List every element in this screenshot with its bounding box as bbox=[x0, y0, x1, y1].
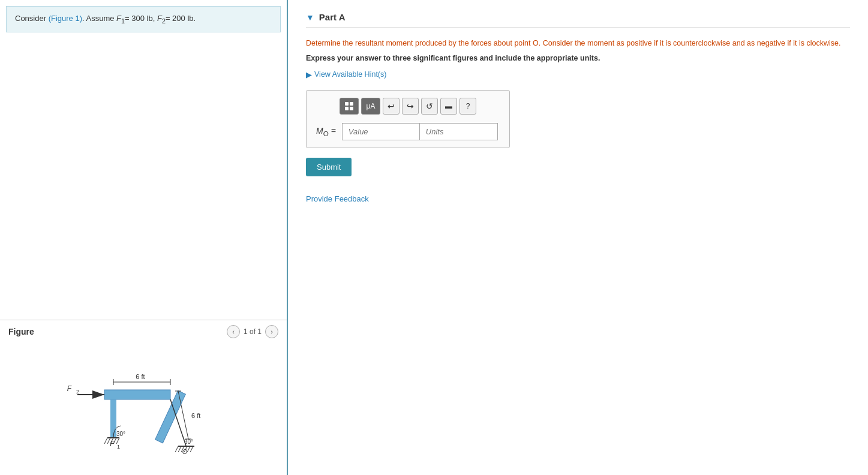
figure-image-area: 6 ft 6 ft F 2 bbox=[0, 343, 287, 475]
reset-button[interactable]: ↺ bbox=[421, 98, 438, 115]
part-collapse-icon[interactable]: ▼ bbox=[306, 13, 314, 22]
part-header: ▼ Part A bbox=[306, 12, 850, 28]
keyboard-icon: ▬ bbox=[445, 102, 452, 110]
submit-button[interactable]: Submit bbox=[306, 158, 352, 176]
svg-rect-37 bbox=[345, 107, 349, 110]
figure-nav: ‹ 1 of 1 › bbox=[227, 325, 278, 338]
hint-arrow-icon: ▶ bbox=[306, 70, 312, 79]
svg-rect-1 bbox=[104, 390, 170, 399]
assumption-text-after: . Assume bbox=[82, 14, 116, 23]
value-input[interactable] bbox=[342, 123, 420, 140]
answer-container: μA ↩ ↪ ↺ ▬ ? bbox=[306, 90, 510, 148]
f2-label: F2 bbox=[157, 14, 166, 23]
hint-link[interactable]: ▶ View Available Hint(s) bbox=[306, 70, 850, 79]
svg-text:O: O bbox=[182, 448, 188, 455]
svg-text:F: F bbox=[110, 440, 115, 448]
figure-next-button[interactable]: › bbox=[265, 325, 278, 338]
svg-text:1: 1 bbox=[117, 444, 120, 450]
assumption-box: Consider (Figure 1). Assume F1= 300 lb, … bbox=[6, 6, 281, 32]
question-text: Determine the resultant moment produced … bbox=[306, 37, 850, 49]
mu-a-button[interactable]: μA bbox=[361, 98, 380, 115]
figure-nav-text: 1 of 1 bbox=[244, 327, 262, 336]
hint-label: View Available Hint(s) bbox=[314, 70, 386, 79]
svg-text:6 ft: 6 ft bbox=[136, 373, 145, 380]
svg-text:6 ft: 6 ft bbox=[191, 412, 200, 419]
mo-label: MO = bbox=[316, 126, 336, 137]
reset-icon: ↺ bbox=[426, 101, 433, 111]
part-title: Part A bbox=[319, 12, 346, 22]
figure-header: Figure ‹ 1 of 1 › bbox=[0, 320, 287, 343]
help-icon: ? bbox=[466, 102, 470, 110]
figure-svg: 6 ft 6 ft F 2 bbox=[47, 349, 239, 469]
figure-prev-button[interactable]: ‹ bbox=[227, 325, 240, 338]
f1-value: = 300 lb, bbox=[125, 14, 157, 23]
undo-icon: ↩ bbox=[388, 101, 395, 111]
toolbar: μA ↩ ↪ ↺ ▬ ? bbox=[316, 98, 500, 115]
svg-text:F: F bbox=[67, 384, 72, 393]
figure-link[interactable]: (Figure 1) bbox=[49, 14, 82, 23]
matrix-icon bbox=[344, 101, 354, 111]
redo-icon: ↪ bbox=[407, 101, 414, 111]
matrix-button[interactable] bbox=[340, 98, 359, 115]
mu-a-label: μA bbox=[367, 102, 376, 110]
svg-rect-36 bbox=[350, 102, 353, 106]
feedback-link[interactable]: Provide Feedback bbox=[306, 194, 369, 203]
svg-rect-35 bbox=[345, 102, 349, 106]
units-input[interactable] bbox=[420, 123, 498, 140]
equals-sign: = bbox=[331, 126, 336, 136]
svg-text:2: 2 bbox=[76, 389, 79, 395]
mo-subscript: O bbox=[323, 130, 329, 137]
instruction-text: Express your answer to three significant… bbox=[306, 53, 850, 64]
left-panel: Consider (Figure 1). Assume F1= 300 lb, … bbox=[0, 0, 288, 475]
svg-text:30°: 30° bbox=[116, 431, 125, 437]
undo-button[interactable]: ↩ bbox=[383, 98, 400, 115]
assumption-text-before: Consider bbox=[15, 14, 49, 23]
redo-button[interactable]: ↪ bbox=[402, 98, 419, 115]
keyboard-button[interactable]: ▬ bbox=[440, 98, 457, 115]
help-button[interactable]: ? bbox=[459, 98, 476, 115]
figure-section: Figure ‹ 1 of 1 › bbox=[0, 320, 287, 475]
right-panel: ▼ Part A Determine the resultant moment … bbox=[288, 0, 868, 475]
svg-rect-38 bbox=[350, 107, 353, 110]
input-row: MO = bbox=[316, 123, 500, 140]
main-layout: Consider (Figure 1). Assume F1= 300 lb, … bbox=[0, 0, 868, 475]
figure-title: Figure bbox=[8, 327, 34, 336]
f2-value: = 200 lb. bbox=[166, 14, 196, 23]
svg-rect-0 bbox=[47, 349, 239, 469]
f1-label: F1 bbox=[116, 14, 125, 23]
